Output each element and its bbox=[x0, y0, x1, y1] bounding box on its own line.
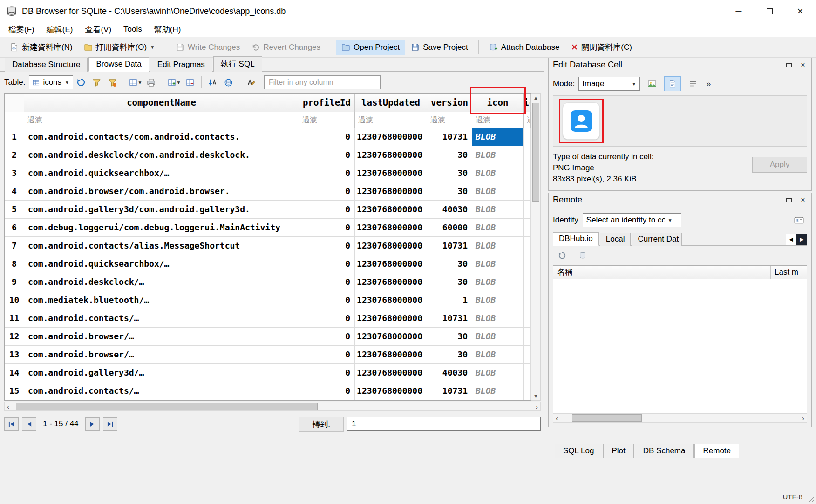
scroll-left-icon[interactable]: ‹ bbox=[7, 403, 9, 410]
revert-changes-button[interactable]: Revert Changes bbox=[245, 40, 326, 55]
cell-lastUpdated[interactable]: 1230768000000 bbox=[355, 146, 427, 164]
tab-database-structure[interactable]: Database Structure bbox=[5, 58, 88, 72]
tab-dbhub[interactable]: DBHub.io bbox=[553, 232, 599, 246]
row-number-cell[interactable]: 1 bbox=[5, 128, 24, 146]
cell-icon[interactable]: BLOB bbox=[472, 364, 524, 382]
import-data-button[interactable] bbox=[644, 76, 660, 91]
cell-partial[interactable] bbox=[524, 201, 531, 219]
new-database-button[interactable]: 新建資料庫(N) bbox=[4, 39, 78, 56]
row-number-cell[interactable]: 13 bbox=[5, 346, 24, 364]
attach-database-button[interactable]: Attach Database bbox=[483, 40, 565, 55]
cell-componentName[interactable]: com.android.quicksearchbox/… bbox=[24, 164, 299, 182]
cell-icon[interactable]: BLOB bbox=[472, 255, 524, 273]
scroll-right-icon[interactable]: › bbox=[802, 414, 804, 422]
remote-column-name[interactable]: 名稱 bbox=[553, 266, 770, 279]
cell-version[interactable]: 1 bbox=[427, 291, 472, 309]
cell-version[interactable]: 60000 bbox=[427, 219, 472, 237]
cell-partial[interactable] bbox=[524, 273, 531, 291]
cell-partial[interactable] bbox=[524, 291, 531, 309]
close-database-button[interactable]: ✕ 關閉資料庫(C) bbox=[565, 39, 638, 56]
cell-lastUpdated[interactable]: 1230768000000 bbox=[355, 328, 427, 346]
row-number-cell[interactable]: 5 bbox=[5, 201, 24, 219]
save-table-button[interactable]: ▼ bbox=[128, 75, 143, 89]
vertical-scrollbar-thumb[interactable] bbox=[532, 103, 539, 202]
close-panel-icon[interactable]: × bbox=[799, 61, 807, 69]
row-number-cell[interactable]: 10 bbox=[5, 291, 24, 309]
open-project-button[interactable]: Open Project bbox=[336, 40, 405, 55]
cell-lastUpdated[interactable]: 1230768000000 bbox=[355, 309, 427, 328]
column-header-lastUpdated[interactable]: lastUpdated bbox=[355, 94, 427, 112]
tab-scroll-right-button[interactable]: ▶ bbox=[796, 234, 807, 245]
encoding-indicator[interactable]: UTF-8 bbox=[783, 493, 803, 501]
cell-partial[interactable] bbox=[524, 164, 531, 182]
cell-partial[interactable] bbox=[524, 382, 531, 400]
filter-any-column-input[interactable] bbox=[264, 75, 381, 89]
cell-icon[interactable]: BLOB bbox=[472, 273, 524, 291]
cell-lastUpdated[interactable]: 1230768000000 bbox=[355, 255, 427, 273]
cell-version[interactable]: 10731 bbox=[427, 382, 472, 400]
cell-lastUpdated[interactable]: 1230768000000 bbox=[355, 273, 427, 291]
cell-profileId[interactable]: 0 bbox=[299, 328, 355, 346]
cell-partial[interactable] bbox=[524, 255, 531, 273]
sort-button[interactable] bbox=[205, 75, 221, 89]
remote-horizontal-scrollbar[interactable]: ‹ › bbox=[553, 413, 807, 423]
cell-profileId[interactable]: 0 bbox=[299, 291, 355, 309]
delete-record-button[interactable] bbox=[182, 75, 198, 89]
identity-select[interactable]: Select an identity to conne ▼ bbox=[583, 213, 681, 227]
cell-version[interactable]: 40030 bbox=[427, 201, 472, 219]
cell-componentName[interactable]: com.android.contacts/… bbox=[24, 382, 299, 400]
mode-select[interactable]: Image ▼ bbox=[578, 77, 640, 91]
close-panel-icon[interactable]: × bbox=[799, 196, 807, 204]
scroll-right-icon[interactable]: › bbox=[536, 403, 538, 410]
cell-icon[interactable]: BLOB bbox=[472, 291, 524, 309]
cell-profileId[interactable]: 0 bbox=[299, 164, 355, 182]
apply-button[interactable]: Apply bbox=[752, 157, 807, 173]
cell-componentName[interactable]: com.android.browser/… bbox=[24, 328, 299, 346]
cell-icon[interactable]: BLOB bbox=[472, 328, 524, 346]
cell-lastUpdated[interactable]: 1230768000000 bbox=[355, 237, 427, 255]
row-number-cell[interactable]: 14 bbox=[5, 364, 24, 382]
grid-corner-cell[interactable] bbox=[5, 94, 24, 112]
text-view-button[interactable] bbox=[664, 76, 681, 91]
cell-icon[interactable]: BLOB bbox=[472, 128, 524, 146]
remote-column-last-modified[interactable]: Last m bbox=[770, 266, 807, 279]
tab-local[interactable]: Local bbox=[600, 233, 631, 246]
filter-input-profileId[interactable]: 過濾 bbox=[299, 112, 355, 128]
maximize-button[interactable] bbox=[754, 0, 785, 22]
cell-lastUpdated[interactable]: 1230768000000 bbox=[355, 128, 427, 146]
cell-profileId[interactable]: 0 bbox=[299, 309, 355, 328]
tab-execute-sql[interactable]: 執行 SQL bbox=[213, 56, 262, 72]
cell-componentName[interactable]: com.android.gallery3d/com.android.galler… bbox=[24, 201, 299, 219]
cell-componentName[interactable]: com.android.browser/… bbox=[24, 346, 299, 364]
cell-icon[interactable]: BLOB bbox=[472, 182, 524, 201]
dock-tab-remote[interactable]: Remote bbox=[694, 444, 739, 458]
menu-item-edit[interactable]: 編輯(E) bbox=[41, 22, 79, 37]
cell-version[interactable]: 10731 bbox=[427, 237, 472, 255]
menu-item-file[interactable]: 檔案(F) bbox=[2, 22, 41, 37]
cell-partial[interactable] bbox=[524, 328, 531, 346]
horizontal-scrollbar-thumb[interactable] bbox=[16, 403, 318, 410]
cell-version[interactable]: 10731 bbox=[427, 309, 472, 328]
scroll-up-icon[interactable]: ▲ bbox=[531, 94, 540, 102]
row-number-cell[interactable]: 11 bbox=[5, 309, 24, 328]
column-header-version[interactable]: version bbox=[427, 94, 472, 112]
cell-componentName[interactable]: com.android.browser/com.android.browser. bbox=[24, 182, 299, 201]
cell-version[interactable]: 30 bbox=[427, 146, 472, 164]
remote-scrollbar-thumb[interactable] bbox=[572, 414, 642, 422]
cell-partial[interactable] bbox=[524, 237, 531, 255]
save-project-button[interactable]: Save Project bbox=[405, 40, 473, 55]
menu-item-view[interactable]: 查看(V) bbox=[79, 22, 117, 37]
cell-componentName[interactable]: com.android.contacts/com.android.contact… bbox=[24, 128, 299, 146]
cell-profileId[interactable]: 0 bbox=[299, 182, 355, 201]
filter-input-componentName[interactable]: 過濾 bbox=[24, 112, 299, 128]
column-header-profileId[interactable]: profileId bbox=[299, 94, 355, 112]
filter-input-version[interactable]: 過濾 bbox=[427, 112, 472, 128]
write-changes-button[interactable]: Write Changes bbox=[170, 40, 245, 55]
filter-input-icon[interactable]: 過濾 bbox=[472, 112, 524, 128]
remote-refresh-button[interactable] bbox=[554, 249, 570, 262]
cell-icon[interactable]: BLOB bbox=[472, 219, 524, 237]
cell-componentName[interactable]: com.android.deskclock/com.android.deskcl… bbox=[24, 146, 299, 164]
cell-profileId[interactable]: 0 bbox=[299, 146, 355, 164]
open-database-button[interactable]: 打開資料庫(O) ▼ bbox=[78, 39, 160, 56]
column-header-componentName[interactable]: componentName bbox=[24, 94, 299, 112]
